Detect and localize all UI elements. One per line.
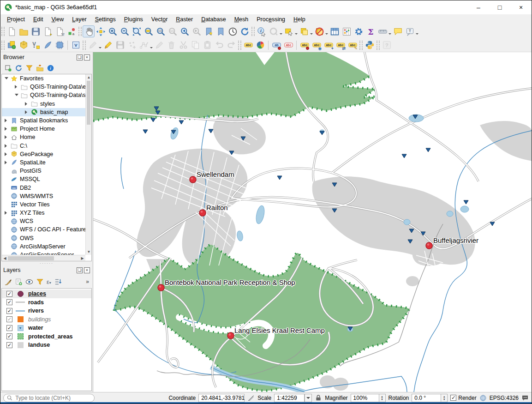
- add-selected-layers-icon[interactable]: [4, 64, 12, 72]
- menu-mesh[interactable]: Mesh: [230, 15, 253, 24]
- toolbar-grip[interactable]: [83, 41, 86, 50]
- new-spatialite-layer-button[interactable]: [42, 39, 54, 51]
- save-project-button[interactable]: [30, 25, 42, 37]
- filter-browser-icon[interactable]: [25, 64, 33, 72]
- layer-row-protected-areas[interactable]: ✓protected_areas: [2, 332, 91, 341]
- browser-float-button[interactable]: ❏: [77, 54, 83, 60]
- open-project-button[interactable]: [18, 25, 30, 37]
- select-features-by-value-button[interactable]: [298, 25, 310, 37]
- browser-item-styles[interactable]: styles: [2, 100, 85, 108]
- browser-item-vector-tiles[interactable]: Vector Tiles: [2, 200, 85, 209]
- browser-item-arcgis-feature-server[interactable]: ArcGisFeatureServer: [2, 251, 85, 255]
- filter-legend-icon[interactable]: [36, 278, 44, 286]
- toolbar-grip[interactable]: [78, 27, 82, 36]
- menu-project[interactable]: Project: [3, 15, 29, 24]
- show-statistical-summary-button[interactable]: [365, 25, 377, 37]
- vertex-tool-dropdown[interactable]: [150, 47, 153, 50]
- coordinate-input[interactable]: 20.4841,-33.9781: [198, 394, 245, 402]
- layer-row-roads[interactable]: ✓roads: [2, 298, 91, 307]
- layer-row-landuse[interactable]: ✓landuse: [2, 341, 91, 350]
- select-features-button[interactable]: [283, 25, 295, 37]
- layer-checkbox[interactable]: ✓: [6, 291, 12, 297]
- layer-checkbox[interactable]: ✓: [6, 325, 12, 331]
- browser-item-home[interactable]: Home: [2, 133, 85, 141]
- new-shapefile-layer-button[interactable]: [30, 39, 42, 51]
- browser-item-basic-map[interactable]: basic_map: [2, 108, 85, 116]
- zoom-in-button[interactable]: [107, 25, 119, 37]
- browser-item-db2[interactable]: DB2: [2, 183, 85, 192]
- move-label-button[interactable]: ⇄: [335, 39, 347, 51]
- messages-icon[interactable]: [521, 394, 529, 402]
- browser-item-wms-wmts[interactable]: WMS/WMTS: [2, 192, 85, 200]
- deselect-features-button[interactable]: [313, 25, 325, 37]
- new-virtual-layer-button[interactable]: [70, 39, 82, 51]
- pan-map-button[interactable]: [83, 25, 95, 37]
- scale-dropdown[interactable]: [305, 394, 312, 402]
- measure-line-button[interactable]: [377, 25, 389, 37]
- zoom-out-button[interactable]: [119, 25, 131, 37]
- map-canvas[interactable]: Swellendam Railton Buffeljagsrivier Bont…: [93, 52, 532, 392]
- layer-checkbox[interactable]: ✓: [6, 342, 12, 348]
- menu-view[interactable]: View: [47, 15, 68, 24]
- measure-dropdown[interactable]: [389, 33, 391, 36]
- browser-item-wfs[interactable]: WFS / OGC API - Feature: [2, 225, 85, 234]
- zoom-to-selection-button[interactable]: [143, 25, 155, 37]
- annotation-dropdown[interactable]: [416, 33, 418, 36]
- crs-status[interactable]: EPSG:4326: [490, 395, 519, 401]
- select-features-dropdown[interactable]: [295, 33, 298, 36]
- add-group-icon[interactable]: [15, 278, 23, 286]
- magnifier-spinbox[interactable]: 100%: [351, 394, 379, 402]
- zoom-last-button[interactable]: [179, 25, 191, 37]
- menu-vector[interactable]: Vector: [147, 15, 172, 24]
- toolbar-grip[interactable]: [238, 41, 241, 50]
- layer-checkbox[interactable]: ✓: [6, 333, 12, 339]
- layer-checkbox[interactable]: ✓: [6, 299, 12, 305]
- locator-search[interactable]: [3, 394, 95, 402]
- layer-checkbox[interactable]: ✓: [6, 316, 12, 322]
- properties-widget-icon[interactable]: [47, 64, 54, 72]
- render-checkbox[interactable]: ✓ Render: [450, 395, 476, 401]
- layer-diagram-options-button[interactable]: [254, 39, 266, 51]
- collapse-all-icon[interactable]: [36, 64, 44, 72]
- menu-edit[interactable]: Edit: [29, 15, 48, 24]
- layers-toolbar-overflow[interactable]: »: [86, 278, 89, 285]
- layer-checkbox[interactable]: ✓: [6, 308, 12, 314]
- browser-item-training-data-s[interactable]: QGIS-Training-Data\s: [2, 91, 85, 99]
- toolbar-grip[interactable]: [1, 27, 5, 36]
- browser-item-xyz-tiles[interactable]: XYZ Tiles: [2, 209, 85, 217]
- magnifier-spin-buttons[interactable]: ▲▼: [379, 394, 386, 402]
- menu-help[interactable]: Help: [289, 15, 310, 24]
- browser-close-button[interactable]: ×: [84, 54, 90, 60]
- new-project-button[interactable]: [6, 25, 18, 37]
- statistical-summary-button[interactable]: [341, 25, 353, 37]
- new-print-layout-button[interactable]: ✦: [42, 25, 54, 37]
- processing-toolbox-button[interactable]: [353, 25, 365, 37]
- refresh-browser-icon[interactable]: [15, 64, 23, 72]
- layer-row-rivers[interactable]: ✓rivers: [2, 307, 91, 315]
- layers-close-button[interactable]: ×: [84, 267, 90, 273]
- open-attribute-table-button[interactable]: [329, 25, 341, 37]
- menu-processing[interactable]: Processing: [252, 15, 289, 24]
- rotation-spinbox[interactable]: 0.0 °: [412, 394, 441, 402]
- layer-row-water[interactable]: ✓▼water: [2, 324, 91, 332]
- browser-item-favorites[interactable]: Favorites: [2, 74, 85, 83]
- new-spatial-bookmark-button[interactable]: [203, 25, 215, 37]
- deselect-dropdown[interactable]: [325, 33, 328, 36]
- style-manager-button[interactable]: [66, 25, 78, 37]
- create-label-button[interactable]: +: [323, 39, 335, 51]
- new-geopackage-layer-button[interactable]: [18, 39, 30, 51]
- layers-float-button[interactable]: ❏: [77, 267, 83, 273]
- browser-item-spatialite[interactable]: SpatiaLite: [2, 158, 85, 167]
- pan-to-selection-button[interactable]: [95, 25, 107, 37]
- show-hide-labels-button[interactable]: [282, 39, 294, 51]
- new-temporary-scratch-layer-button[interactable]: [54, 39, 66, 51]
- toggle-label-visibility-button[interactable]: ◉: [311, 39, 323, 51]
- toolbar-grip[interactable]: [251, 27, 255, 36]
- map-tips-button[interactable]: [392, 25, 404, 37]
- run-feature-action-dropdown[interactable]: [280, 33, 282, 36]
- title-bar[interactable]: *basic_map - QGIS 3e6ae65df1 – □ ×: [0, 0, 532, 14]
- current-edits-dropdown[interactable]: [99, 47, 102, 50]
- toolbar-grip[interactable]: [1, 41, 5, 50]
- layer-row-buildings[interactable]: ✓buildings: [2, 315, 91, 324]
- rotation-spin-buttons[interactable]: ▲▼: [441, 394, 448, 402]
